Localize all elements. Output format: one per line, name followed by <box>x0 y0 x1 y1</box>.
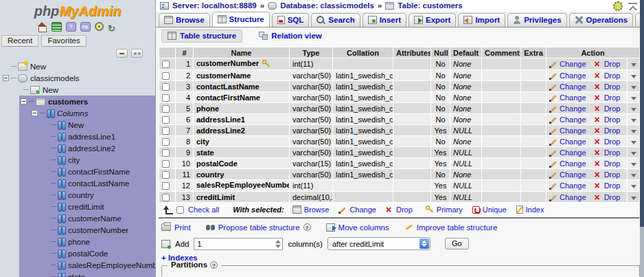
more-dropdown-icon[interactable] <box>631 174 636 177</box>
change-link[interactable]: Change <box>549 137 586 146</box>
change-link[interactable]: Change <box>549 82 586 91</box>
with-selected-primary[interactable]: Primary <box>422 205 463 214</box>
with-selected-browse[interactable]: Browse <box>292 206 330 214</box>
change-link[interactable]: Change <box>549 159 586 168</box>
row-checkbox[interactable] <box>162 127 170 135</box>
row-checkbox[interactable] <box>162 94 170 102</box>
drop-link[interactable]: Drop <box>595 193 621 201</box>
tree-item-column[interactable]: creditLimit <box>19 201 155 212</box>
breadcrumb-table-link[interactable]: Table: customers <box>398 1 462 10</box>
server-log-icon[interactable] <box>51 22 62 32</box>
tab-privileges[interactable]: Privileges <box>507 13 566 27</box>
more-dropdown-icon[interactable] <box>631 108 636 111</box>
collapse-all-icon[interactable] <box>116 49 128 58</box>
favorites-tab[interactable]: Favorites <box>41 35 86 47</box>
change-link[interactable]: Change <box>549 126 586 135</box>
check-all-checkbox[interactable] <box>176 206 184 214</box>
more-dropdown-icon[interactable] <box>631 97 636 100</box>
change-link[interactable]: Change <box>549 115 586 124</box>
tab-insert[interactable]: Insert <box>363 13 406 27</box>
improve-table-structure-link[interactable]: Improve table structure <box>404 223 498 232</box>
drop-link[interactable]: Drop <box>595 159 621 168</box>
tab-browse[interactable]: Browse <box>159 13 210 27</box>
row-checkbox[interactable] <box>162 72 170 80</box>
more-dropdown-icon[interactable] <box>631 152 636 155</box>
drop-link[interactable]: Drop <box>595 137 621 146</box>
drop-link[interactable]: Drop <box>595 82 621 91</box>
more-dropdown-icon[interactable] <box>631 75 636 78</box>
change-link[interactable]: Change <box>549 60 586 68</box>
move-columns-link[interactable]: Move columns <box>326 223 389 232</box>
tab-export[interactable]: Export <box>409 13 456 27</box>
row-checkbox[interactable] <box>162 83 170 91</box>
drop-link[interactable]: Drop <box>595 181 621 190</box>
drop-link[interactable]: Drop <box>595 170 621 179</box>
collapse-expander-icon[interactable] <box>21 98 27 104</box>
tree-item-database[interactable]: classicmodels <box>0 72 155 84</box>
change-link[interactable]: Change <box>549 170 586 179</box>
row-checkbox[interactable] <box>162 116 170 124</box>
change-link[interactable]: Change <box>549 148 586 157</box>
drop-link[interactable]: Drop <box>595 71 621 80</box>
change-link[interactable]: Change <box>549 193 586 201</box>
tab-import[interactable]: Import <box>458 13 505 27</box>
go-button[interactable]: Go <box>445 238 469 250</box>
help-question-icon[interactable] <box>210 261 218 269</box>
tree-item-column[interactable]: customerNumber <box>19 224 155 236</box>
home-icon[interactable] <box>37 22 47 32</box>
scrollbar[interactable] <box>640 0 644 277</box>
more-dropdown-icon[interactable] <box>631 185 636 188</box>
drop-link[interactable]: Drop <box>595 104 621 113</box>
change-link[interactable]: Change <box>549 93 586 102</box>
tree-item-columns-folder[interactable]: Columns <box>19 107 155 119</box>
tab-structure[interactable]: Structure <box>212 12 270 27</box>
drop-link[interactable]: Drop <box>595 60 621 68</box>
tree-item-column[interactable]: state <box>19 271 155 277</box>
check-all-label[interactable]: Check all <box>188 206 219 214</box>
tree-item-column[interactable]: contactLastName <box>19 177 155 189</box>
phpmyadmin-logo[interactable]: phpMyAdmin <box>0 0 155 19</box>
propose-table-structure-link[interactable]: Propose table structure <box>206 223 311 232</box>
tree-item-table-customers[interactable]: customers <box>19 96 155 107</box>
add-columns-count-input[interactable] <box>194 238 283 250</box>
more-dropdown-icon[interactable] <box>631 119 636 122</box>
collapse-panel-icon[interactable] <box>628 3 637 10</box>
tree-item-column[interactable]: addressLine2 <box>19 142 155 154</box>
page-nav-icon[interactable] <box>131 49 143 58</box>
tab-search[interactable]: Search <box>311 13 360 27</box>
row-checkbox[interactable] <box>162 60 170 68</box>
row-checkbox[interactable] <box>162 194 170 201</box>
number-stepper-icon[interactable] <box>275 240 281 248</box>
tree-item-column[interactable]: salesRepEmployeeNumber <box>19 259 155 271</box>
tree-item-column[interactable]: postalCode <box>19 247 155 259</box>
row-checkbox[interactable] <box>162 160 170 168</box>
tree-item-column[interactable]: contactFirstName <box>19 166 155 177</box>
tab-sql[interactable]: SQL <box>272 13 310 27</box>
tree-item-column[interactable]: phone <box>19 236 155 247</box>
help-question-icon[interactable] <box>303 223 311 231</box>
more-dropdown-icon[interactable] <box>631 63 636 67</box>
with-selected-drop[interactable]: Drop <box>386 206 413 214</box>
with-selected-index[interactable]: Index <box>516 206 544 214</box>
more-dropdown-icon[interactable] <box>631 197 636 200</box>
tree-item-new-database[interactable]: New <box>0 60 155 72</box>
more-dropdown-icon[interactable] <box>631 86 636 89</box>
tab-operations[interactable]: Operations <box>569 13 634 27</box>
more-dropdown-icon[interactable] <box>631 141 636 144</box>
with-selected-unique[interactable]: Unique <box>472 206 507 214</box>
drop-link[interactable]: Drop <box>595 126 621 135</box>
help-icon[interactable] <box>66 22 76 32</box>
drop-link[interactable]: Drop <box>595 148 621 157</box>
print-link[interactable]: Print <box>161 223 191 232</box>
row-checkbox[interactable] <box>162 171 170 179</box>
collapse-expander-icon[interactable] <box>3 75 9 81</box>
row-checkbox[interactable] <box>162 105 170 113</box>
tree-item-new-column[interactable]: New <box>19 119 155 131</box>
tree-item-column[interactable]: country <box>19 189 155 201</box>
breadcrumb-server-link[interactable]: Server: localhost:8889 <box>172 1 257 10</box>
drop-link[interactable]: Drop <box>595 115 621 124</box>
row-checkbox[interactable] <box>162 138 170 146</box>
drop-link[interactable]: Drop <box>595 93 621 102</box>
tree-item-column[interactable]: customerName <box>19 212 155 224</box>
subtab-table-structure[interactable]: Table structure <box>161 30 242 43</box>
